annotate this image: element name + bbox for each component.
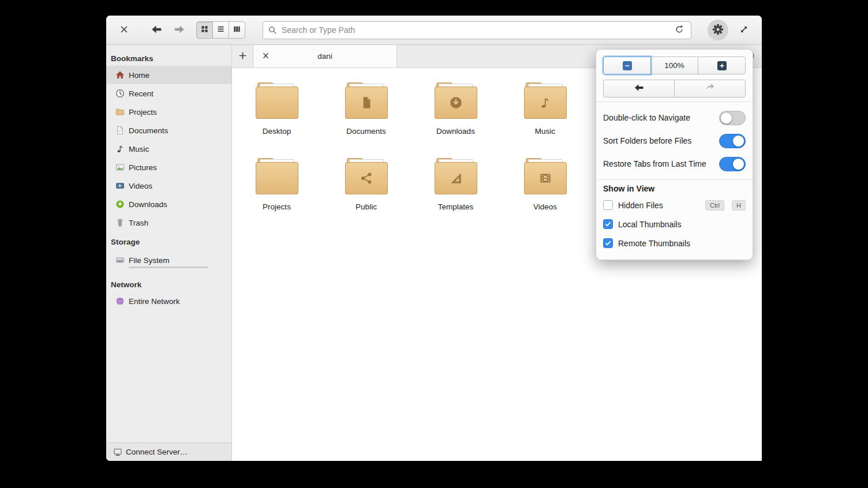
column-view-button[interactable] — [229, 21, 245, 39]
back-button[interactable] — [148, 21, 165, 39]
show-in-view-title: Show in View — [603, 184, 746, 193]
headerbar — [106, 16, 762, 45]
network-globe-icon — [115, 296, 125, 306]
sidebar-item-home[interactable]: Home — [106, 66, 231, 84]
forward-button[interactable] — [171, 21, 188, 39]
zoom-in-icon — [717, 61, 727, 70]
file-label: Videos — [533, 202, 557, 211]
local-thumbnails-checkbox[interactable] — [603, 219, 613, 229]
hidden-files-checkbox[interactable] — [603, 200, 613, 210]
clock-icon — [115, 89, 125, 98]
zoom-level-button[interactable]: 100% — [650, 57, 698, 74]
sidebar-item-label: Music — [129, 145, 149, 153]
setting-label: Hidden Files — [618, 201, 698, 210]
undo-button[interactable] — [603, 80, 675, 97]
sidebar-item-recent[interactable]: Recent — [106, 84, 231, 103]
sort-folders-switch[interactable] — [719, 134, 746, 148]
harddisk-icon — [115, 256, 125, 265]
zoom-controls: 100% — [603, 57, 746, 74]
grid-view-button[interactable] — [196, 21, 213, 39]
redo-arrow-icon — [704, 82, 716, 95]
template-emblem-icon — [448, 171, 463, 186]
sidebar-item-downloads[interactable]: Downloads — [106, 195, 231, 213]
sidebar-item-entire-network[interactable]: Entire Network — [106, 292, 231, 310]
zoom-in-button[interactable] — [698, 57, 746, 74]
sidebar-item-label: Trash — [129, 219, 148, 227]
sidebar-item-trash[interactable]: Trash — [106, 213, 231, 232]
file-label: Downloads — [436, 127, 475, 136]
zoom-out-icon — [623, 61, 632, 70]
file-videos[interactable]: Videos — [500, 162, 590, 211]
fullscreen-button[interactable] — [735, 21, 753, 39]
switch-knob — [732, 158, 744, 170]
popover-separator — [596, 102, 753, 102]
sidebar-item-label: Entire Network — [129, 297, 180, 306]
server-icon — [113, 448, 122, 457]
tab-close-button[interactable] — [257, 45, 274, 67]
sidebar-item-projects[interactable]: Projects — [106, 103, 231, 121]
settings-popover: 100% Double-click to Navigate — [596, 49, 753, 260]
file-label: Music — [535, 127, 555, 136]
undo-redo-controls — [603, 80, 746, 97]
list-view-button[interactable] — [212, 21, 229, 39]
tab-dani[interactable]: dani — [253, 45, 397, 67]
sidebar-item-label: File System — [129, 256, 170, 265]
tab-title: dani — [253, 52, 396, 61]
music-note-icon — [115, 144, 125, 153]
remote-thumbnails-checkbox[interactable] — [603, 238, 613, 248]
folder-icon — [256, 87, 298, 119]
window-close-icon — [119, 25, 129, 36]
file-projects[interactable]: Projects — [232, 162, 321, 211]
shortcut-key-ctrl: Ctrl — [705, 200, 724, 211]
setting-remote-thumbnails: Remote Thumbnails — [603, 234, 746, 253]
sidebar-item-music[interactable]: Music — [106, 140, 231, 158]
refresh-button[interactable] — [672, 23, 686, 37]
redo-button[interactable] — [674, 80, 746, 97]
sidebar-item-documents[interactable]: Documents — [106, 121, 231, 140]
desktop-background: { "colors": { "accent": "#3689e6", "fold… — [0, 0, 868, 488]
setting-double-click: Double-click to Navigate — [603, 106, 746, 129]
file-documents[interactable]: Documents — [321, 87, 411, 136]
sidebar-section-storage: Storage — [106, 232, 231, 249]
search-input[interactable] — [280, 25, 672, 35]
search-icon — [268, 25, 277, 35]
folder-icon — [435, 162, 477, 194]
folder-icon — [524, 162, 567, 194]
zoom-out-button[interactable] — [603, 57, 651, 74]
file-templates[interactable]: Templates — [411, 162, 500, 211]
picture-icon — [115, 163, 125, 172]
settings-button[interactable] — [708, 20, 728, 40]
setting-sort-folders: Sort Folders before Files — [603, 129, 746, 152]
file-downloads[interactable]: Downloads — [411, 87, 500, 136]
folder-icon — [345, 87, 388, 119]
forward-arrow-icon — [173, 23, 186, 37]
video-icon — [115, 181, 125, 190]
file-public[interactable]: Public — [321, 162, 411, 211]
window-close-button[interactable] — [115, 21, 133, 39]
check-icon — [604, 239, 612, 247]
connect-server-button[interactable]: Connect Server… — [106, 442, 231, 461]
setting-label: Remote Thumbnails — [618, 239, 746, 248]
setting-local-thumbnails: Local Thumbnails — [603, 215, 746, 234]
file-desktop[interactable]: Desktop — [232, 87, 321, 136]
expand-icon — [738, 24, 750, 37]
share-emblem-icon — [359, 171, 374, 186]
popover-separator — [596, 179, 753, 180]
download-emblem-icon — [448, 95, 463, 110]
sidebar-item-videos[interactable]: Videos — [106, 177, 231, 195]
connect-server-label: Connect Server… — [126, 448, 188, 456]
file-manager-window: Bookmarks Home Recent Projects Documents — [106, 16, 762, 461]
setting-label: Local Thumbnails — [618, 220, 746, 229]
sidebar-item-pictures[interactable]: Pictures — [106, 158, 231, 177]
restore-tabs-switch[interactable] — [719, 157, 746, 171]
setting-restore-tabs: Restore Tabs from Last Time — [603, 152, 746, 175]
double-click-switch[interactable] — [719, 111, 746, 125]
file-music[interactable]: Music — [500, 87, 590, 136]
filesystem-usage-bar — [129, 266, 208, 268]
sidebar-item-file-system[interactable]: File System — [106, 249, 231, 275]
gear-icon — [712, 23, 724, 37]
new-tab-button[interactable] — [232, 45, 253, 67]
sidebar-item-label: Documents — [129, 126, 168, 135]
switch-knob — [720, 112, 732, 124]
setting-label: Restore Tabs from Last Time — [603, 159, 719, 168]
